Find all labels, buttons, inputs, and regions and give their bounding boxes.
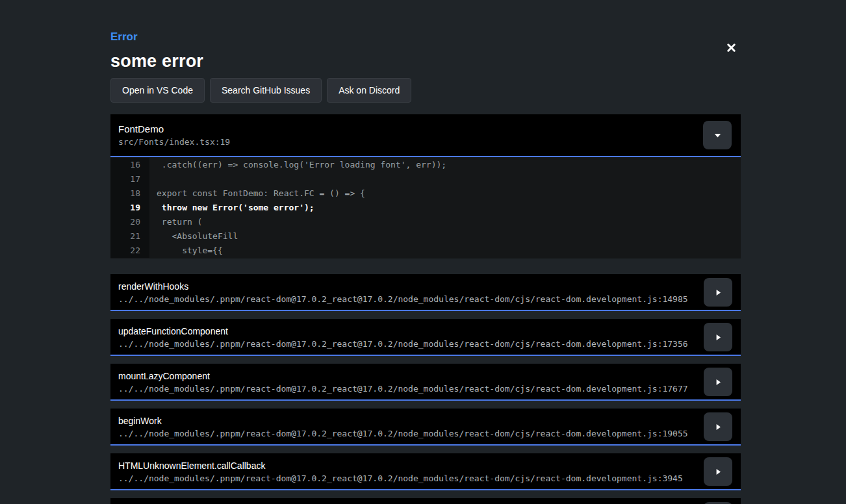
stack-frame-function: renderWithHooks	[118, 280, 733, 293]
code-line: 22 style={{	[110, 244, 741, 258]
stack-frame-path: ../../node_modules/.pnpm/react-dom@17.0.…	[118, 429, 733, 439]
stack-frame-path: ../../node_modules/.pnpm/react-dom@17.0.…	[118, 294, 733, 305]
line-number: 17	[110, 172, 149, 186]
play-icon	[714, 423, 722, 431]
play-icon	[714, 288, 722, 297]
stack-frame-function: updateFunctionComponent	[118, 325, 733, 338]
expand-frame-button[interactable]	[704, 278, 732, 307]
stack-frame-path: ../../node_modules/.pnpm/react-dom@17.0.…	[118, 473, 733, 484]
stack-frame-path: ../../node_modules/.pnpm/react-dom@17.0.…	[118, 384, 733, 394]
ask-on-discord-button[interactable]: Ask on Discord	[327, 78, 411, 103]
play-icon	[714, 333, 722, 342]
source-frame-path: src/Fonts/index.tsx:19	[118, 137, 230, 147]
action-buttons-row: Open in VS Code Search GitHub Issues Ask…	[110, 78, 741, 103]
stack-frame-function: mountLazyComponent	[118, 370, 733, 383]
line-content: return (	[149, 215, 202, 229]
code-line: 18 export const FontDemo: React.FC = () …	[110, 186, 741, 201]
stack-frame-row[interactable]: renderWithHooks ../../node_modules/.pnpm…	[110, 274, 741, 311]
expand-frame-button[interactable]	[704, 323, 732, 351]
line-number: 22	[110, 244, 149, 258]
code-frame: 16 .catch((err) => console.log('Error lo…	[110, 157, 741, 258]
expand-frame-button[interactable]	[704, 457, 732, 486]
stack-frame-row[interactable]: beginWork ../../node_modules/.pnpm/react…	[110, 409, 741, 446]
source-frame-header: FontDemo src/Fonts/index.tsx:19	[110, 114, 741, 157]
expand-frame-button[interactable]	[704, 412, 732, 441]
source-frame-title: FontDemo	[118, 123, 230, 135]
source-frame-titles: FontDemo src/Fonts/index.tsx:19	[118, 123, 230, 147]
line-number: 20	[110, 215, 149, 229]
line-content	[149, 172, 157, 186]
expand-frame-button[interactable]	[704, 368, 732, 396]
code-line: 19 throw new Error('some error');	[110, 201, 741, 215]
line-number: 16	[110, 158, 149, 172]
code-line: 21 <AbsoluteFill	[110, 229, 741, 244]
line-number: 18	[110, 186, 149, 201]
open-in-vscode-button[interactable]: Open in VS Code	[110, 78, 205, 103]
stack-frame-row[interactable]	[110, 498, 741, 504]
line-number: 21	[110, 229, 149, 244]
stack-frame-function: HTMLUnknownElement.callCallback	[118, 459, 733, 472]
collapse-frame-button[interactable]	[703, 121, 732, 149]
error-overlay: Error some error Open in VS Code Search …	[110, 0, 741, 504]
code-line: 16 .catch((err) => console.log('Error lo…	[110, 158, 741, 172]
triangle-down-icon	[713, 131, 722, 140]
line-content: style={{	[149, 244, 223, 258]
line-number: 19	[110, 201, 149, 215]
line-content: <AbsoluteFill	[149, 229, 238, 244]
code-line: 17	[110, 172, 741, 186]
play-icon	[714, 378, 722, 386]
stack-trace-list: renderWithHooks ../../node_modules/.pnpm…	[110, 274, 741, 504]
stack-frame-row[interactable]: HTMLUnknownElement.callCallback ../../no…	[110, 453, 741, 490]
stack-frame-path: ../../node_modules/.pnpm/react-dom@17.0.…	[118, 339, 733, 349]
stack-frame-row[interactable]: mountLazyComponent ../../node_modules/.p…	[110, 364, 741, 401]
code-line: 20 return (	[110, 215, 741, 229]
line-content: .catch((err) => console.log('Error loadi…	[149, 158, 446, 172]
error-type-label: Error	[110, 31, 741, 42]
error-message-title: some error	[110, 53, 741, 70]
line-content: export const FontDemo: React.FC = () => …	[149, 186, 365, 201]
line-content: throw new Error('some error');	[149, 201, 314, 215]
stack-frame-row[interactable]: updateFunctionComponent ../../node_modul…	[110, 319, 741, 356]
play-icon	[714, 468, 722, 476]
stack-frame-function: beginWork	[118, 414, 733, 427]
source-frame-card: FontDemo src/Fonts/index.tsx:19 16 .catc…	[110, 114, 741, 258]
search-github-issues-button[interactable]: Search GitHub Issues	[210, 78, 322, 103]
